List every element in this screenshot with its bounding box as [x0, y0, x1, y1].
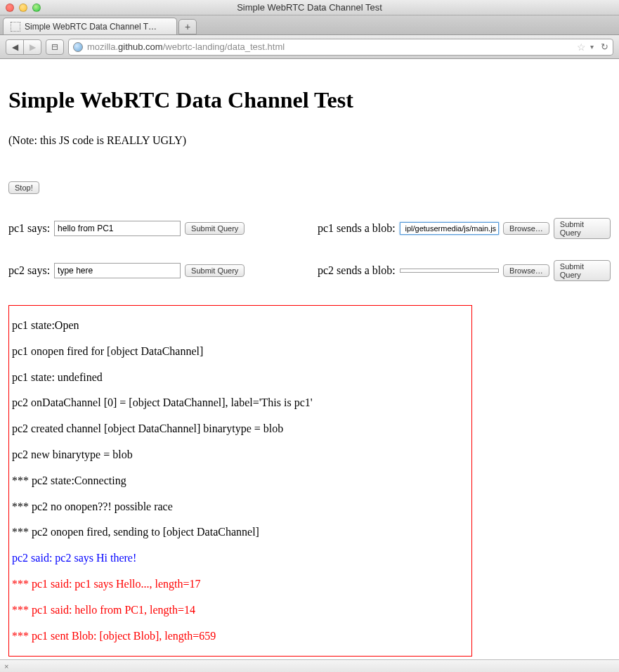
- url-bar[interactable]: mozilla.github.com/webrtc-landing/data_t…: [68, 39, 613, 56]
- reload-icon[interactable]: ↻: [601, 41, 608, 52]
- log-line: *** pc2 state:Connecting: [12, 474, 469, 489]
- tab-strip: Simple WebRTC Data Channel T… +: [0, 15, 619, 35]
- pc1-says-submit-button[interactable]: Submit Query: [185, 222, 245, 235]
- pc1-says-label: pc1 says:: [8, 222, 50, 235]
- zoom-window-button[interactable]: [32, 4, 41, 12]
- pc2-file-input[interactable]: [400, 269, 499, 273]
- pc1-blob-label: pc1 sends a blob:: [318, 222, 396, 235]
- stop-button[interactable]: Stop!: [8, 181, 39, 194]
- pc2-browse-button[interactable]: Browse…: [503, 264, 549, 277]
- log-line: pc1 onopen fired for [object DataChannel…: [12, 344, 469, 359]
- pc2-blob-label: pc2 sends a blob:: [318, 264, 396, 277]
- page-note: (Note: this JS code is REALLY UGLY): [8, 134, 611, 147]
- page-heading: Simple WebRTC Data Channel Test: [8, 87, 611, 113]
- log-line: pc2 onDataChannel [0] = [object DataChan…: [12, 396, 469, 411]
- status-bar: ×: [0, 659, 619, 665]
- pc1-says-input[interactable]: [54, 221, 181, 236]
- log-line: pc2 said: pc2 says Hi there!: [12, 551, 469, 566]
- pc2-blob-submit-button[interactable]: Submit Query: [554, 260, 611, 281]
- log-line: *** pc1 said: hello from PC1, length=14: [12, 654, 469, 657]
- home-icon: [50, 42, 60, 52]
- log-line: *** pc2 no onopen??! possible race: [12, 500, 469, 515]
- pc1-blob-submit-button[interactable]: Submit Query: [554, 218, 611, 239]
- svg-rect-0: [53, 44, 58, 49]
- close-window-button[interactable]: [6, 4, 14, 12]
- window-titlebar: Simple WebRTC Data Channel Test: [0, 0, 619, 15]
- tab-favicon: [11, 22, 20, 32]
- site-identity-icon[interactable]: [73, 42, 83, 52]
- home-button[interactable]: [46, 39, 64, 55]
- traffic-lights: [0, 4, 41, 12]
- pc1-browse-button[interactable]: Browse…: [503, 222, 549, 235]
- pc2-says-input[interactable]: [54, 263, 181, 278]
- pc1-blob-row: pc1 sends a blob: ipl/getusermedia/js/ma…: [318, 218, 611, 239]
- pc2-says-row: pc2 says: Submit Query: [8, 260, 318, 281]
- browser-tab[interactable]: Simple WebRTC Data Channel T…: [3, 18, 177, 34]
- nav-toolbar: ◀ ▶ mozilla.github.com/webrtc-landing/da…: [0, 35, 619, 59]
- tab-label: Simple WebRTC Data Channel T…: [25, 22, 157, 32]
- bookmark-star-icon[interactable]: ☆: [577, 41, 586, 53]
- log-line: *** pc1 said: pc1 says Hello..., length=…: [12, 577, 469, 592]
- status-close-icon[interactable]: ×: [4, 662, 8, 666]
- pc2-says-submit-button[interactable]: Submit Query: [185, 264, 245, 277]
- log-line: pc2 new binarytype = blob: [12, 448, 469, 463]
- page-content: Simple WebRTC Data Channel Test (Note: t…: [0, 59, 619, 665]
- back-button[interactable]: ◀: [6, 39, 24, 55]
- url-text: mozilla.github.com/webrtc-landing/data_t…: [87, 41, 573, 52]
- log-line: pc1 state:Open: [12, 318, 469, 333]
- pc1-says-row: pc1 says: Submit Query: [8, 218, 318, 239]
- window-title: Simple WebRTC Data Channel Test: [0, 2, 619, 13]
- pc2-says-label: pc2 says:: [8, 264, 50, 277]
- log-line: pc1 state: undefined: [12, 370, 469, 385]
- minimize-window-button[interactable]: [19, 4, 27, 12]
- forward-button[interactable]: ▶: [23, 39, 41, 55]
- log-line: *** pc1 sent Blob: [object Blob], length…: [12, 629, 469, 644]
- pc2-blob-row: pc2 sends a blob: Browse… Submit Query: [318, 260, 611, 281]
- log-line: pc2 created channel [object DataChannel]…: [12, 422, 469, 437]
- log-box[interactable]: pc1 state:Openpc1 onopen fired for [obje…: [8, 305, 472, 657]
- url-dropdown-icon[interactable]: ▾: [590, 43, 594, 51]
- pc1-file-input[interactable]: ipl/getusermedia/js/main.js: [400, 222, 499, 235]
- log-line: *** pc1 said: hello from PC1, length=14: [12, 603, 469, 618]
- new-tab-button[interactable]: +: [178, 19, 197, 34]
- log-line: *** pc2 onopen fired, sending to [object…: [12, 525, 469, 540]
